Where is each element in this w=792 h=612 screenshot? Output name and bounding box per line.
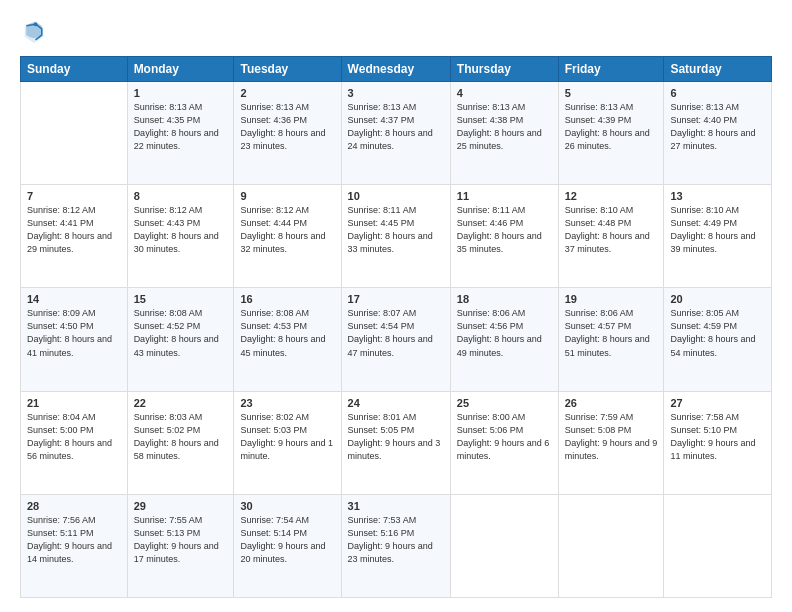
day-info: Sunrise: 8:12 AMSunset: 4:43 PMDaylight:…	[134, 204, 228, 256]
day-info: Sunrise: 8:12 AMSunset: 4:44 PMDaylight:…	[240, 204, 334, 256]
day-info: Sunrise: 8:12 AMSunset: 4:41 PMDaylight:…	[27, 204, 121, 256]
day-number: 31	[348, 500, 444, 512]
day-info: Sunrise: 7:53 AMSunset: 5:16 PMDaylight:…	[348, 514, 444, 566]
day-info: Sunrise: 7:59 AMSunset: 5:08 PMDaylight:…	[565, 411, 658, 463]
calendar-cell: 6Sunrise: 8:13 AMSunset: 4:40 PMDaylight…	[664, 82, 772, 185]
day-info: Sunrise: 8:02 AMSunset: 5:03 PMDaylight:…	[240, 411, 334, 463]
day-number: 16	[240, 293, 334, 305]
day-number: 30	[240, 500, 334, 512]
day-number: 26	[565, 397, 658, 409]
day-number: 6	[670, 87, 765, 99]
day-info: Sunrise: 7:56 AMSunset: 5:11 PMDaylight:…	[27, 514, 121, 566]
day-info: Sunrise: 8:08 AMSunset: 4:53 PMDaylight:…	[240, 307, 334, 359]
calendar-cell: 25Sunrise: 8:00 AMSunset: 5:06 PMDayligh…	[450, 391, 558, 494]
calendar-week-row: 28Sunrise: 7:56 AMSunset: 5:11 PMDayligh…	[21, 494, 772, 597]
calendar-cell: 23Sunrise: 8:02 AMSunset: 5:03 PMDayligh…	[234, 391, 341, 494]
weekday-header: Friday	[558, 57, 664, 82]
day-info: Sunrise: 8:10 AMSunset: 4:49 PMDaylight:…	[670, 204, 765, 256]
calendar-cell: 15Sunrise: 8:08 AMSunset: 4:52 PMDayligh…	[127, 288, 234, 391]
day-number: 1	[134, 87, 228, 99]
day-info: Sunrise: 8:13 AMSunset: 4:39 PMDaylight:…	[565, 101, 658, 153]
day-number: 24	[348, 397, 444, 409]
day-info: Sunrise: 8:11 AMSunset: 4:46 PMDaylight:…	[457, 204, 552, 256]
day-info: Sunrise: 8:10 AMSunset: 4:48 PMDaylight:…	[565, 204, 658, 256]
day-number: 8	[134, 190, 228, 202]
day-info: Sunrise: 7:55 AMSunset: 5:13 PMDaylight:…	[134, 514, 228, 566]
day-info: Sunrise: 8:06 AMSunset: 4:57 PMDaylight:…	[565, 307, 658, 359]
calendar-cell: 3Sunrise: 8:13 AMSunset: 4:37 PMDaylight…	[341, 82, 450, 185]
day-info: Sunrise: 8:08 AMSunset: 4:52 PMDaylight:…	[134, 307, 228, 359]
day-info: Sunrise: 8:06 AMSunset: 4:56 PMDaylight:…	[457, 307, 552, 359]
day-number: 2	[240, 87, 334, 99]
weekday-header: Sunday	[21, 57, 128, 82]
day-number: 15	[134, 293, 228, 305]
calendar-week-row: 7Sunrise: 8:12 AMSunset: 4:41 PMDaylight…	[21, 185, 772, 288]
day-number: 7	[27, 190, 121, 202]
day-number: 27	[670, 397, 765, 409]
calendar-cell: 22Sunrise: 8:03 AMSunset: 5:02 PMDayligh…	[127, 391, 234, 494]
calendar-cell: 19Sunrise: 8:06 AMSunset: 4:57 PMDayligh…	[558, 288, 664, 391]
day-number: 18	[457, 293, 552, 305]
calendar-cell: 24Sunrise: 8:01 AMSunset: 5:05 PMDayligh…	[341, 391, 450, 494]
calendar-cell: 8Sunrise: 8:12 AMSunset: 4:43 PMDaylight…	[127, 185, 234, 288]
day-number: 4	[457, 87, 552, 99]
day-info: Sunrise: 8:03 AMSunset: 5:02 PMDaylight:…	[134, 411, 228, 463]
weekday-header: Saturday	[664, 57, 772, 82]
day-number: 21	[27, 397, 121, 409]
day-info: Sunrise: 8:13 AMSunset: 4:38 PMDaylight:…	[457, 101, 552, 153]
day-info: Sunrise: 8:13 AMSunset: 4:36 PMDaylight:…	[240, 101, 334, 153]
calendar-cell: 18Sunrise: 8:06 AMSunset: 4:56 PMDayligh…	[450, 288, 558, 391]
calendar-cell: 9Sunrise: 8:12 AMSunset: 4:44 PMDaylight…	[234, 185, 341, 288]
day-number: 28	[27, 500, 121, 512]
weekday-header: Thursday	[450, 57, 558, 82]
calendar-cell: 14Sunrise: 8:09 AMSunset: 4:50 PMDayligh…	[21, 288, 128, 391]
calendar-cell: 27Sunrise: 7:58 AMSunset: 5:10 PMDayligh…	[664, 391, 772, 494]
day-number: 3	[348, 87, 444, 99]
weekday-header: Tuesday	[234, 57, 341, 82]
day-number: 25	[457, 397, 552, 409]
day-number: 17	[348, 293, 444, 305]
logo-icon	[20, 18, 48, 46]
day-info: Sunrise: 8:13 AMSunset: 4:40 PMDaylight:…	[670, 101, 765, 153]
calendar-cell	[558, 494, 664, 597]
day-number: 11	[457, 190, 552, 202]
calendar-cell: 2Sunrise: 8:13 AMSunset: 4:36 PMDaylight…	[234, 82, 341, 185]
calendar-cell: 20Sunrise: 8:05 AMSunset: 4:59 PMDayligh…	[664, 288, 772, 391]
logo	[20, 18, 50, 46]
calendar-cell: 1Sunrise: 8:13 AMSunset: 4:35 PMDaylight…	[127, 82, 234, 185]
day-number: 23	[240, 397, 334, 409]
day-number: 12	[565, 190, 658, 202]
calendar-cell	[664, 494, 772, 597]
day-number: 19	[565, 293, 658, 305]
page: SundayMondayTuesdayWednesdayThursdayFrid…	[0, 0, 792, 612]
weekday-header: Wednesday	[341, 57, 450, 82]
calendar-cell: 31Sunrise: 7:53 AMSunset: 5:16 PMDayligh…	[341, 494, 450, 597]
calendar-table: SundayMondayTuesdayWednesdayThursdayFrid…	[20, 56, 772, 598]
calendar-cell: 13Sunrise: 8:10 AMSunset: 4:49 PMDayligh…	[664, 185, 772, 288]
calendar-cell: 4Sunrise: 8:13 AMSunset: 4:38 PMDaylight…	[450, 82, 558, 185]
calendar-cell: 7Sunrise: 8:12 AMSunset: 4:41 PMDaylight…	[21, 185, 128, 288]
calendar-week-row: 21Sunrise: 8:04 AMSunset: 5:00 PMDayligh…	[21, 391, 772, 494]
day-number: 10	[348, 190, 444, 202]
day-info: Sunrise: 8:04 AMSunset: 5:00 PMDaylight:…	[27, 411, 121, 463]
calendar-cell: 10Sunrise: 8:11 AMSunset: 4:45 PMDayligh…	[341, 185, 450, 288]
day-number: 20	[670, 293, 765, 305]
day-number: 5	[565, 87, 658, 99]
day-number: 13	[670, 190, 765, 202]
day-number: 14	[27, 293, 121, 305]
day-info: Sunrise: 8:01 AMSunset: 5:05 PMDaylight:…	[348, 411, 444, 463]
calendar-cell: 26Sunrise: 7:59 AMSunset: 5:08 PMDayligh…	[558, 391, 664, 494]
day-info: Sunrise: 8:13 AMSunset: 4:37 PMDaylight:…	[348, 101, 444, 153]
calendar-cell: 12Sunrise: 8:10 AMSunset: 4:48 PMDayligh…	[558, 185, 664, 288]
day-number: 29	[134, 500, 228, 512]
weekday-header: Monday	[127, 57, 234, 82]
calendar-cell: 5Sunrise: 8:13 AMSunset: 4:39 PMDaylight…	[558, 82, 664, 185]
calendar-cell: 21Sunrise: 8:04 AMSunset: 5:00 PMDayligh…	[21, 391, 128, 494]
day-info: Sunrise: 8:00 AMSunset: 5:06 PMDaylight:…	[457, 411, 552, 463]
day-number: 22	[134, 397, 228, 409]
calendar-cell: 28Sunrise: 7:56 AMSunset: 5:11 PMDayligh…	[21, 494, 128, 597]
calendar-week-row: 14Sunrise: 8:09 AMSunset: 4:50 PMDayligh…	[21, 288, 772, 391]
calendar-week-row: 1Sunrise: 8:13 AMSunset: 4:35 PMDaylight…	[21, 82, 772, 185]
calendar-cell: 17Sunrise: 8:07 AMSunset: 4:54 PMDayligh…	[341, 288, 450, 391]
day-info: Sunrise: 7:54 AMSunset: 5:14 PMDaylight:…	[240, 514, 334, 566]
